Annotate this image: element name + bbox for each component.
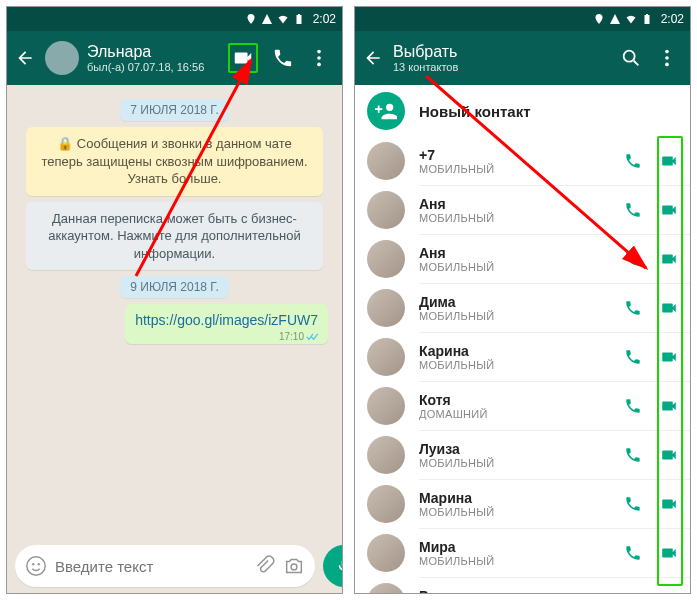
contact-row[interactable]: Разия МОБИЛЬНЫЙ xyxy=(355,578,690,593)
chat-title: Эльнара xyxy=(87,43,220,61)
contact-row[interactable]: Котя ДОМАШНИЙ xyxy=(355,382,690,430)
contact-sub: МОБИЛЬНЫЙ xyxy=(419,212,610,224)
video-call-icon[interactable] xyxy=(660,250,678,268)
contact-name: Марина xyxy=(419,490,610,506)
svg-point-4 xyxy=(32,563,34,565)
contact-row[interactable]: Аня МОБИЛЬНЫЙ xyxy=(355,186,690,234)
svg-point-3 xyxy=(27,557,45,575)
encryption-notice[interactable]: 🔒 Сообщения и звонки в данном чате тепер… xyxy=(26,127,322,196)
chat-appbar: Эльнара был(-а) 07.07.18, 16:56 xyxy=(7,31,342,85)
contact-name: Разия xyxy=(419,588,610,593)
composer-field[interactable] xyxy=(15,545,315,587)
voice-call-icon[interactable] xyxy=(624,495,642,513)
emoji-icon[interactable] xyxy=(25,555,47,577)
phone-chat: 2:02 Эльнара был(-а) 07.07.18, 16:56 7 И… xyxy=(6,6,343,594)
video-call-icon[interactable] xyxy=(660,348,678,366)
contact-row[interactable]: Дима МОБИЛЬНЫЙ xyxy=(355,284,690,332)
svg-point-6 xyxy=(291,564,297,570)
video-call-icon[interactable] xyxy=(660,446,678,464)
contact-row[interactable]: Аня МОБИЛЬНЫЙ xyxy=(355,235,690,283)
video-call-icon[interactable] xyxy=(660,495,678,513)
status-bar: 2:02 xyxy=(7,7,342,31)
voice-call-icon[interactable] xyxy=(624,201,642,219)
contact-avatar xyxy=(367,191,405,229)
picker-actions xyxy=(620,47,684,69)
new-contact-row[interactable]: Новый контакт xyxy=(355,85,690,137)
contact-avatar[interactable] xyxy=(45,41,79,75)
message-bubble[interactable]: https://goo.gl/images/izFUW7 17:10 xyxy=(125,304,328,344)
contact-sub: МОБИЛЬНЫЙ xyxy=(419,555,610,567)
picker-title: Выбрать xyxy=(393,43,612,61)
voice-call-icon[interactable] xyxy=(624,348,642,366)
more-icon[interactable] xyxy=(656,47,678,69)
voice-call-icon[interactable] xyxy=(624,544,642,562)
contact-sub: МОБИЛЬНЫЙ xyxy=(419,163,610,175)
back-button[interactable] xyxy=(13,46,37,70)
contact-name: Карина xyxy=(419,343,610,359)
new-contact-label: Новый контакт xyxy=(419,103,531,120)
battery-icon xyxy=(641,13,653,25)
phone-contact-picker: 2:02 Выбрать 13 контактов Новый контакт … xyxy=(354,6,691,594)
search-icon[interactable] xyxy=(620,47,642,69)
contact-sub: МОБИЛЬНЫЙ xyxy=(419,457,610,469)
date-pill: 9 ИЮЛЯ 2018 Г. xyxy=(120,276,229,298)
svg-point-9 xyxy=(665,56,669,60)
contact-avatar xyxy=(367,338,405,376)
picker-appbar: Выбрать 13 контактов xyxy=(355,31,690,85)
voice-call-icon[interactable] xyxy=(272,47,294,69)
clock: 2:02 xyxy=(313,12,336,26)
voice-call-icon[interactable] xyxy=(624,397,642,415)
clock: 2:02 xyxy=(661,12,684,26)
date-pill: 7 ИЮЛЯ 2018 Г. xyxy=(120,99,229,121)
contact-avatar xyxy=(367,485,405,523)
contact-row[interactable]: Марина МОБИЛЬНЫЙ xyxy=(355,480,690,528)
contact-name: Аня xyxy=(419,245,610,261)
contact-avatar xyxy=(367,583,405,593)
chat-body: 7 ИЮЛЯ 2018 Г. 🔒 Сообщения и звонки в да… xyxy=(7,85,342,539)
contact-sub: МОБИЛЬНЫЙ xyxy=(419,310,610,322)
contact-row[interactable]: Карина МОБИЛЬНЫЙ xyxy=(355,333,690,381)
contact-avatar xyxy=(367,534,405,572)
composer-input[interactable] xyxy=(55,558,245,575)
business-notice[interactable]: Данная переписка может быть с бизнес-акк… xyxy=(26,202,322,271)
picker-body: Новый контакт +7 МОБИЛЬНЫЙ Аня МОБИЛЬНЫЙ… xyxy=(355,85,690,593)
contact-name: Луиза xyxy=(419,441,610,457)
attach-icon[interactable] xyxy=(253,555,275,577)
voice-call-icon[interactable] xyxy=(624,446,642,464)
picker-subtitle: 13 контактов xyxy=(393,61,612,73)
composer xyxy=(7,539,342,593)
voice-call-icon[interactable] xyxy=(624,152,642,170)
contact-name: +7 xyxy=(419,147,610,163)
gps-icon xyxy=(245,13,257,25)
video-call-icon[interactable] xyxy=(660,201,678,219)
camera-icon[interactable] xyxy=(283,555,305,577)
battery-icon xyxy=(293,13,305,25)
contact-row[interactable]: Мира МОБИЛЬНЫЙ xyxy=(355,529,690,577)
voice-call-icon[interactable] xyxy=(624,299,642,317)
video-call-icon[interactable] xyxy=(660,544,678,562)
video-call-icon[interactable] xyxy=(232,47,254,69)
video-call-icon[interactable] xyxy=(660,397,678,415)
chat-title-block[interactable]: Эльнара был(-а) 07.07.18, 16:56 xyxy=(87,43,220,73)
video-call-icon[interactable] xyxy=(660,152,678,170)
mic-icon xyxy=(335,557,343,575)
contact-name: Аня xyxy=(419,196,610,212)
contact-name: Мира xyxy=(419,539,610,555)
mic-button[interactable] xyxy=(323,545,343,587)
signal-icon xyxy=(261,13,273,25)
highlight-video-call xyxy=(228,43,258,73)
contact-row[interactable]: +7 МОБИЛЬНЫЙ xyxy=(355,137,690,185)
read-receipt-icon xyxy=(306,332,320,342)
contact-avatar xyxy=(367,436,405,474)
contact-row[interactable]: Луиза МОБИЛЬНЫЙ xyxy=(355,431,690,479)
back-button[interactable] xyxy=(361,46,385,70)
voice-call-icon[interactable] xyxy=(624,250,642,268)
gps-icon xyxy=(593,13,605,25)
contact-avatar xyxy=(367,289,405,327)
video-call-icon[interactable] xyxy=(660,299,678,317)
wifi-icon xyxy=(277,13,289,25)
svg-point-8 xyxy=(665,50,669,54)
chat-subtitle: был(-а) 07.07.18, 16:56 xyxy=(87,61,220,73)
message-link[interactable]: https://goo.gl/images/izFUW7 xyxy=(135,312,318,328)
more-icon[interactable] xyxy=(308,47,330,69)
